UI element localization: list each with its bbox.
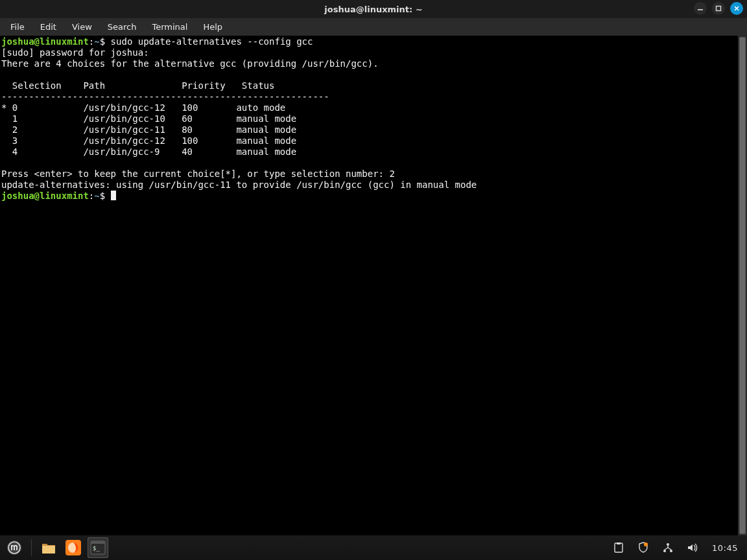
- output-row: 4 /usr/bin/gcc-9 40 manual mode: [1, 146, 296, 157]
- mint-logo-icon: [6, 540, 22, 555]
- output-choices: There are 4 choices for the alternative …: [1, 58, 379, 69]
- prompt-path: ~: [94, 191, 99, 201]
- svg-point-14: [667, 543, 669, 546]
- close-button[interactable]: [730, 2, 743, 15]
- menu-launcher[interactable]: [4, 537, 25, 558]
- output-row: * 0 /usr/bin/gcc-12 100 auto mode: [1, 102, 285, 113]
- terminal-container: joshua@linuxmint:~$ sudo update-alternat…: [0, 36, 747, 535]
- terminal-cursor: [111, 191, 116, 200]
- menu-search[interactable]: Search: [101, 20, 143, 34]
- scrollbar[interactable]: [738, 36, 747, 535]
- titlebar: joshua@linuxmint: ~: [0, 0, 747, 18]
- network-icon: [662, 542, 674, 554]
- menubar: File Edit View Search Terminal Help: [0, 18, 747, 36]
- window-title: joshua@linuxmint: ~: [324, 5, 422, 14]
- svg-text:$_: $_: [93, 545, 100, 552]
- svg-rect-12: [617, 542, 621, 544]
- prompt-userhost: joshua@linuxmint: [1, 36, 89, 47]
- output-press-enter: Press <enter> to keep the current choice…: [1, 169, 395, 179]
- output-result: update-alternatives: using /usr/bin/gcc-…: [1, 180, 477, 190]
- prompt-path: ~: [94, 36, 99, 47]
- menu-help[interactable]: Help: [196, 20, 229, 34]
- svg-rect-11: [615, 543, 622, 552]
- tray-clipboard[interactable]: [608, 537, 629, 558]
- output-divider: ----------------------------------------…: [1, 91, 329, 102]
- firefox-launcher[interactable]: [63, 537, 84, 558]
- prompt-symbol: $: [100, 191, 105, 201]
- output-sudo: [sudo] password for joshua:: [1, 47, 149, 58]
- panel: $_ 10:45: [0, 535, 747, 560]
- svg-point-13: [644, 542, 648, 546]
- menu-edit[interactable]: Edit: [34, 20, 63, 34]
- tray-network[interactable]: [658, 537, 678, 558]
- menu-view[interactable]: View: [65, 20, 99, 34]
- svg-rect-9: [91, 541, 105, 544]
- command-line: sudo update-alternatives --config gcc: [111, 36, 313, 47]
- folder-icon: [40, 539, 57, 556]
- window-controls: [694, 2, 743, 15]
- firefox-icon: [65, 539, 82, 556]
- prompt-symbol: $: [100, 36, 105, 47]
- volume-icon: [687, 542, 698, 554]
- tray-volume[interactable]: [682, 537, 703, 558]
- minimize-button[interactable]: [694, 2, 707, 15]
- output-row: 1 /usr/bin/gcc-10 60 manual mode: [1, 113, 296, 124]
- panel-divider: [31, 539, 32, 556]
- output-row: 3 /usr/bin/gcc-12 100 manual mode: [1, 135, 296, 146]
- tray-shield[interactable]: [633, 537, 654, 558]
- maximize-button[interactable]: [712, 2, 725, 15]
- menu-terminal[interactable]: Terminal: [145, 20, 194, 34]
- scrollbar-thumb[interactable]: [739, 37, 746, 534]
- prompt-userhost: joshua@linuxmint: [1, 191, 89, 201]
- svg-point-16: [670, 550, 672, 552]
- svg-point-15: [663, 550, 666, 552]
- svg-rect-1: [717, 6, 721, 11]
- task-terminal[interactable]: $_: [88, 537, 108, 558]
- output-row: 2 /usr/bin/gcc-11 80 manual mode: [1, 124, 296, 135]
- files-launcher[interactable]: [38, 537, 59, 558]
- terminal-icon: $_: [89, 539, 106, 556]
- shield-icon: [637, 542, 649, 554]
- panel-clock[interactable]: 10:45: [707, 543, 743, 553]
- clipboard-icon: [613, 542, 624, 554]
- menu-file[interactable]: File: [4, 20, 31, 34]
- output-header: Selection Path Priority Status: [1, 80, 274, 91]
- terminal[interactable]: joshua@linuxmint:~$ sudo update-alternat…: [0, 36, 738, 535]
